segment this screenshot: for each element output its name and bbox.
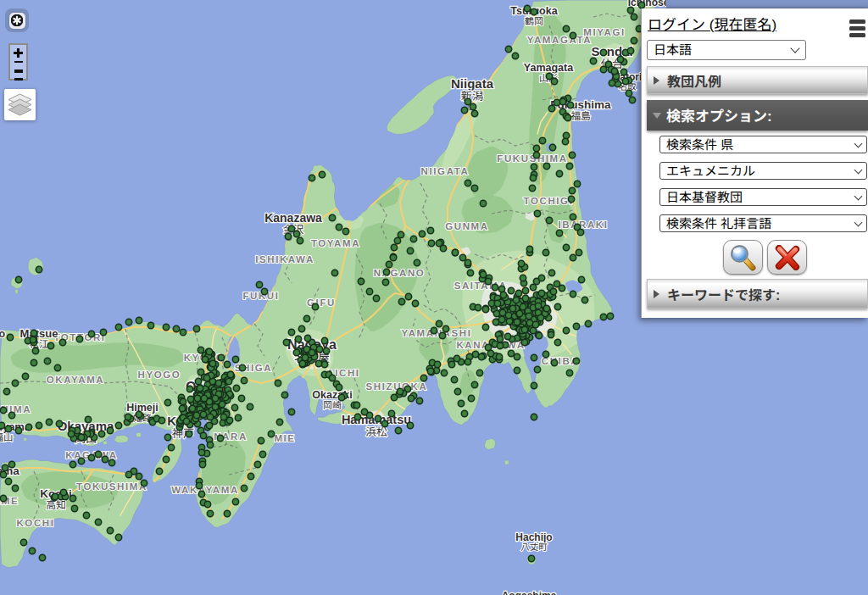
church-dot[interactable]: [293, 349, 299, 355]
church-dot[interactable]: [52, 493, 58, 499]
zoom-in-button[interactable]: [10, 47, 26, 59]
church-dot[interactable]: [528, 555, 534, 561]
church-dot[interactable]: [505, 312, 511, 318]
church-dot[interactable]: [627, 7, 633, 13]
church-dot[interactable]: [302, 354, 308, 360]
church-dot[interactable]: [108, 459, 114, 465]
church-dot[interactable]: [15, 276, 21, 282]
church-dot[interactable]: [465, 98, 470, 104]
church-dot[interactable]: [309, 349, 314, 355]
church-dot[interactable]: [225, 378, 231, 384]
church-dot[interactable]: [559, 285, 565, 291]
church-dot[interactable]: [522, 287, 528, 293]
church-dot[interactable]: [329, 375, 335, 381]
church-dot[interactable]: [125, 471, 131, 477]
church-dot[interactable]: [487, 350, 493, 356]
church-dot[interactable]: [70, 495, 75, 501]
church-dot[interactable]: [5, 425, 11, 431]
church-dot[interactable]: [508, 287, 514, 293]
church-dot[interactable]: [163, 324, 169, 330]
church-dot[interactable]: [304, 335, 310, 341]
church-dot[interactable]: [193, 325, 199, 331]
church-dot[interactable]: [458, 400, 464, 406]
church-dot[interactable]: [358, 278, 364, 284]
church-dot[interactable]: [195, 378, 201, 384]
church-dot[interactable]: [235, 414, 241, 420]
church-dot[interactable]: [239, 364, 245, 370]
church-dot[interactable]: [115, 534, 121, 540]
church-dot[interactable]: [125, 319, 131, 325]
church-dot[interactable]: [338, 394, 344, 400]
church-dot[interactable]: [570, 254, 576, 260]
church-dot[interactable]: [452, 249, 458, 255]
church-dot[interactable]: [78, 458, 84, 464]
church-dot[interactable]: [293, 231, 299, 236]
church-dot[interactable]: [88, 331, 94, 336]
church-dot[interactable]: [0, 471, 6, 477]
church-dot[interactable]: [577, 229, 583, 235]
church-dot[interactable]: [493, 310, 499, 316]
church-dot[interactable]: [88, 454, 94, 460]
church-dot[interactable]: [20, 539, 26, 545]
church-dot[interactable]: [524, 5, 530, 11]
church-dot[interactable]: [98, 431, 104, 437]
church-dot[interactable]: [78, 434, 84, 440]
church-dot[interactable]: [543, 163, 549, 169]
church-dot[interactable]: [480, 271, 486, 277]
church-dot[interactable]: [373, 295, 379, 301]
church-dot[interactable]: [427, 227, 433, 233]
church-dot[interactable]: [329, 214, 335, 220]
church-dot[interactable]: [25, 424, 31, 430]
church-dot[interactable]: [506, 318, 512, 324]
church-dot[interactable]: [533, 152, 539, 158]
church-dot[interactable]: [201, 395, 207, 401]
church-dot[interactable]: [233, 385, 239, 391]
church-dot[interactable]: [627, 47, 633, 53]
church-dot[interactable]: [336, 224, 342, 230]
church-dot[interactable]: [196, 482, 202, 488]
church-dot[interactable]: [76, 336, 82, 342]
clear-button[interactable]: [767, 240, 807, 275]
church-dot[interactable]: [226, 417, 232, 423]
church-dot[interactable]: [629, 97, 635, 103]
church-dot[interactable]: [136, 473, 142, 479]
church-dot[interactable]: [566, 163, 572, 169]
church-dot[interactable]: [522, 295, 528, 301]
church-dot[interactable]: [323, 348, 329, 353]
church-dot[interactable]: [30, 336, 36, 342]
church-dot[interactable]: [102, 456, 108, 462]
church-dot[interactable]: [551, 359, 557, 365]
church-dot[interactable]: [535, 303, 541, 309]
church-dot[interactable]: [218, 354, 224, 360]
church-dot[interactable]: [556, 170, 562, 176]
church-dot[interactable]: [471, 381, 477, 387]
church-dot[interactable]: [532, 321, 538, 327]
church-dot[interactable]: [530, 284, 536, 290]
church-dot[interactable]: [254, 461, 260, 467]
church-dot[interactable]: [428, 240, 434, 246]
church-dot[interactable]: [0, 407, 6, 413]
church-dot[interactable]: [536, 332, 542, 338]
church-dot[interactable]: [530, 175, 536, 181]
church-dot[interactable]: [538, 290, 544, 296]
church-dot[interactable]: [259, 451, 265, 457]
church-dot[interactable]: [303, 315, 309, 321]
church-dot[interactable]: [451, 376, 457, 382]
church-dot[interactable]: [439, 332, 445, 338]
church-dot[interactable]: [607, 313, 613, 319]
church-dot[interactable]: [268, 431, 274, 437]
church-dot[interactable]: [164, 434, 170, 440]
church-dot[interactable]: [465, 259, 470, 265]
church-dot[interactable]: [164, 399, 170, 405]
church-dot[interactable]: [512, 53, 518, 58]
church-dot[interactable]: [342, 228, 348, 234]
church-dot[interactable]: [448, 361, 454, 367]
church-dot[interactable]: [562, 138, 568, 144]
church-dot[interactable]: [32, 348, 38, 353]
church-dot[interactable]: [283, 339, 289, 345]
church-dot[interactable]: [336, 384, 342, 390]
church-dot[interactable]: [520, 275, 526, 281]
church-dot[interactable]: [395, 427, 401, 433]
church-dot[interactable]: [566, 370, 572, 375]
church-dot[interactable]: [248, 473, 253, 479]
